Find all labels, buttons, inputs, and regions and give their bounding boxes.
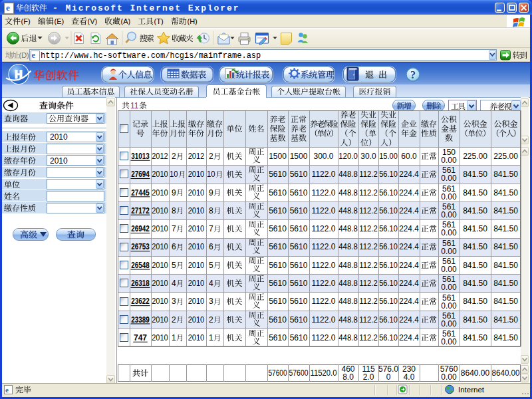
- svg-text:10: 10: [207, 170, 215, 179]
- svg-text:2010: 2010: [188, 315, 205, 325]
- svg-text:2010: 2010: [50, 132, 68, 142]
- svg-text:112.2: 112.2: [359, 224, 378, 233]
- svg-text:27172: 27172: [131, 206, 150, 215]
- svg-text:1500: 1500: [269, 152, 287, 161]
- svg-text:0.00: 0.00: [441, 210, 457, 219]
- svg-text:0.00: 0.00: [441, 283, 457, 292]
- svg-text:841.50: 841.50: [463, 297, 487, 306]
- svg-text:224.4: 224.4: [399, 242, 419, 251]
- svg-text:(E): (E): [55, 17, 65, 25]
- svg-text:2010: 2010: [152, 188, 168, 198]
- svg-text:1122.0: 1122.0: [312, 188, 336, 198]
- svg-text:5610: 5610: [269, 315, 287, 325]
- svg-text:(D): (D): [19, 51, 29, 59]
- svg-text:841.50: 841.50: [463, 224, 487, 233]
- svg-text:841.50: 841.50: [493, 170, 518, 179]
- svg-text:?: ?: [410, 69, 416, 80]
- svg-text:2: 2: [172, 315, 176, 325]
- svg-text:224.4: 224.4: [399, 206, 419, 215]
- svg-text:5610: 5610: [290, 297, 308, 306]
- svg-text:5610: 5610: [290, 242, 308, 251]
- svg-text:224.4: 224.4: [399, 170, 419, 179]
- svg-text:5610: 5610: [269, 188, 287, 198]
- svg-text:2010: 2010: [152, 261, 168, 270]
- svg-text:1122.0: 1122.0: [312, 279, 336, 288]
- svg-text:841.50: 841.50: [493, 242, 518, 251]
- svg-text:5610: 5610: [290, 224, 308, 233]
- svg-text:57600: 57600: [269, 368, 287, 378]
- svg-text:9: 9: [209, 188, 213, 198]
- svg-text:5610: 5610: [290, 315, 308, 325]
- svg-text:5610: 5610: [269, 242, 287, 251]
- svg-text:11520.0: 11520.0: [311, 368, 337, 378]
- svg-text:841.50: 841.50: [463, 206, 487, 215]
- svg-text:2010: 2010: [50, 156, 68, 166]
- svg-text:2010: 2010: [152, 224, 168, 233]
- svg-text:5610: 5610: [269, 206, 287, 215]
- svg-text:112.2: 112.2: [359, 333, 378, 342]
- svg-text:225.00: 225.00: [463, 152, 487, 161]
- svg-text:841.50: 841.50: [463, 170, 487, 179]
- svg-text:841.50: 841.50: [493, 315, 518, 325]
- svg-text:841.50: 841.50: [463, 315, 487, 325]
- svg-text:3: 3: [172, 297, 176, 306]
- svg-text:2.0: 2.0: [363, 372, 374, 382]
- svg-text:3: 3: [209, 297, 213, 306]
- svg-text:2010: 2010: [188, 242, 205, 251]
- svg-text:26548: 26548: [131, 261, 150, 270]
- svg-text:448.8: 448.8: [338, 315, 358, 325]
- svg-text:56.10: 56.10: [379, 261, 398, 270]
- svg-text:841.50: 841.50: [463, 279, 487, 288]
- svg-text:448.8: 448.8: [338, 333, 358, 342]
- svg-text:224.4: 224.4: [399, 315, 419, 325]
- svg-text:112.2: 112.2: [359, 261, 378, 270]
- svg-text:747: 747: [134, 333, 147, 342]
- svg-text:841.50: 841.50: [493, 261, 518, 270]
- svg-text:2010: 2010: [188, 261, 205, 270]
- svg-text:27445: 27445: [131, 188, 150, 198]
- svg-text:e: e: [6, 3, 10, 13]
- svg-text:26753: 26753: [131, 242, 150, 251]
- svg-text:60.0: 60.0: [401, 152, 417, 161]
- svg-text:(F): (F): [21, 17, 31, 25]
- svg-text:112.2: 112.2: [359, 170, 378, 179]
- svg-text:5: 5: [209, 261, 213, 270]
- svg-text:56.10: 56.10: [379, 333, 398, 342]
- svg-text:841.50: 841.50: [463, 333, 487, 342]
- svg-text:1122.0: 1122.0: [312, 315, 336, 325]
- svg-text:448.8: 448.8: [338, 188, 358, 198]
- svg-text:5: 5: [172, 261, 176, 270]
- svg-text:0.00: 0.00: [441, 156, 457, 165]
- svg-text:1122.0: 1122.0: [312, 333, 336, 342]
- svg-text:2010: 2010: [152, 206, 168, 215]
- svg-text:1500: 1500: [290, 152, 308, 161]
- svg-text:0.00: 0.00: [441, 228, 457, 237]
- svg-text:0.00: 0.00: [441, 174, 457, 183]
- svg-text:112.2: 112.2: [359, 279, 378, 288]
- svg-text:841.50: 841.50: [493, 206, 518, 215]
- svg-text:5610: 5610: [290, 188, 308, 198]
- svg-text:5610: 5610: [269, 297, 287, 306]
- svg-text:4.0: 4.0: [404, 372, 415, 382]
- svg-text:1122.0: 1122.0: [312, 206, 336, 215]
- svg-text:2010: 2010: [188, 170, 205, 179]
- svg-text:10: 10: [170, 170, 178, 179]
- svg-text:448.8: 448.8: [338, 279, 358, 288]
- svg-text:8640.00: 8640.00: [492, 368, 520, 378]
- svg-text:4: 4: [209, 279, 213, 288]
- svg-text:2012: 2012: [152, 152, 168, 161]
- svg-text:5610: 5610: [269, 279, 287, 288]
- svg-text:448.8: 448.8: [338, 224, 358, 233]
- svg-text:e: e: [5, 386, 9, 394]
- svg-text:23622: 23622: [131, 297, 150, 306]
- svg-text:448.8: 448.8: [338, 297, 358, 306]
- svg-text:5610: 5610: [290, 206, 308, 215]
- svg-text:11: 11: [130, 101, 139, 110]
- svg-text:57600: 57600: [289, 368, 309, 378]
- svg-text:1122.0: 1122.0: [312, 297, 336, 306]
- svg-text:56.10: 56.10: [379, 206, 398, 215]
- svg-text:5610: 5610: [290, 170, 308, 179]
- svg-text:56.10: 56.10: [379, 315, 398, 325]
- svg-text:0.00: 0.00: [441, 319, 457, 329]
- svg-text:1122.0: 1122.0: [312, 242, 336, 251]
